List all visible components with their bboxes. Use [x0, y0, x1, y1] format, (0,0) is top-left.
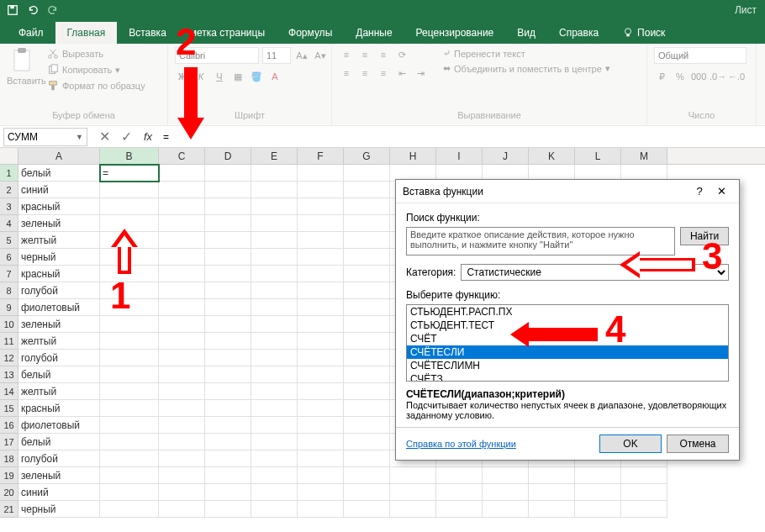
tab-insert[interactable]: Вставка	[117, 22, 178, 44]
cell[interactable]	[251, 400, 298, 417]
thousands-button[interactable]: 000	[691, 69, 706, 84]
column-header[interactable]: H	[390, 148, 436, 164]
italic-button[interactable]: К	[193, 69, 208, 84]
cell[interactable]	[100, 350, 159, 366]
cell[interactable]	[251, 215, 298, 232]
cell[interactable]	[205, 299, 251, 316]
cancel-formula-button[interactable]: ✕	[94, 128, 114, 146]
cell[interactable]	[344, 215, 390, 232]
dialog-close-button[interactable]: ✕	[710, 185, 732, 198]
cell[interactable]	[159, 400, 205, 417]
row-header[interactable]: 2	[0, 182, 18, 198]
cell[interactable]	[100, 266, 159, 282]
row-header[interactable]: 13	[0, 366, 18, 383]
cell[interactable]	[251, 232, 298, 249]
cell[interactable]	[298, 450, 344, 467]
cell[interactable]: голубой	[18, 450, 100, 467]
function-list-item[interactable]: СЧЁТЕСЛИМН	[407, 359, 728, 372]
font-color-button[interactable]: A	[267, 69, 282, 84]
column-header[interactable]: B	[100, 148, 159, 164]
cell[interactable]	[100, 333, 159, 350]
cell[interactable]	[529, 501, 575, 518]
cell[interactable]	[298, 266, 344, 282]
function-list-item[interactable]: СЧЁТ	[407, 332, 728, 345]
cell[interactable]	[298, 350, 344, 366]
align-left-button[interactable]: ≡	[339, 66, 354, 81]
tab-view[interactable]: Вид	[505, 22, 547, 44]
bold-button[interactable]: Ж	[175, 69, 190, 84]
cell[interactable]	[344, 232, 390, 249]
copy-button[interactable]: Копировать ▾	[45, 63, 147, 76]
wrap-text-button[interactable]: ⤶ Перенести текст	[441, 47, 612, 60]
cell[interactable]	[575, 467, 621, 484]
cell[interactable]	[205, 417, 251, 434]
function-list[interactable]: СТЬЮДЕНТ.РАСП.ПХСТЬЮДЕНТ.ТЕСТСЧЁТСЧЁТЕСЛ…	[406, 304, 729, 382]
cell[interactable]: белый	[18, 366, 100, 383]
cell[interactable]	[100, 182, 159, 198]
cell[interactable]	[205, 450, 251, 467]
cell[interactable]	[344, 383, 390, 400]
category-select[interactable]: Статистические	[461, 264, 729, 281]
cell[interactable]	[344, 400, 390, 417]
cell[interactable]	[298, 383, 344, 400]
cell[interactable]	[529, 467, 575, 484]
cell[interactable]	[205, 249, 251, 266]
cell[interactable]	[529, 484, 575, 501]
increase-font-button[interactable]: A▴	[294, 48, 309, 63]
cell[interactable]	[390, 501, 436, 518]
cell[interactable]	[436, 467, 483, 484]
cell[interactable]	[100, 417, 159, 434]
cell[interactable]	[205, 266, 251, 282]
cell[interactable]: фиолетовый	[18, 299, 100, 316]
row-header[interactable]: 16	[0, 417, 18, 434]
dialog-titlebar[interactable]: Вставка функции ? ✕	[396, 180, 739, 203]
cell[interactable]	[100, 501, 159, 518]
align-middle-button[interactable]: ≡	[357, 47, 372, 62]
cell[interactable]	[159, 165, 205, 182]
cell[interactable]	[483, 501, 529, 518]
row-header[interactable]: 19	[0, 467, 18, 484]
column-header[interactable]: A	[18, 148, 100, 164]
cell[interactable]	[159, 417, 205, 434]
cell[interactable]	[100, 232, 159, 249]
column-header[interactable]: J	[483, 148, 529, 164]
cell[interactable]	[159, 383, 205, 400]
column-header[interactable]: K	[529, 148, 575, 164]
row-header[interactable]: 4	[0, 215, 18, 232]
cell[interactable]	[344, 484, 390, 501]
cell[interactable]: красный	[18, 400, 100, 417]
row-header[interactable]: 7	[0, 266, 18, 282]
cell[interactable]	[205, 215, 251, 232]
function-list-item[interactable]: СЧЁТЕСЛИ	[407, 345, 728, 359]
cell[interactable]	[251, 350, 298, 366]
cell[interactable]	[251, 266, 298, 282]
enter-formula-button[interactable]: ✓	[116, 128, 136, 146]
row-header[interactable]: 1	[0, 165, 18, 182]
cell[interactable]: черный	[18, 501, 100, 518]
paste-button[interactable]: Вставить	[7, 47, 40, 86]
row-header[interactable]: 21	[0, 501, 18, 518]
cell[interactable]	[159, 266, 205, 282]
cell[interactable]	[298, 299, 344, 316]
cell[interactable]	[100, 450, 159, 467]
row-header[interactable]: 5	[0, 232, 18, 249]
increase-decimal-button[interactable]: .0→	[710, 69, 725, 84]
cell[interactable]: фиолетовый	[18, 417, 100, 434]
row-header[interactable]: 12	[0, 350, 18, 366]
cell[interactable]	[298, 198, 344, 215]
cell[interactable]	[205, 350, 251, 366]
function-help-link[interactable]: Справка по этой функции	[406, 439, 516, 449]
column-header[interactable]: E	[251, 148, 298, 164]
cell[interactable]	[298, 484, 344, 501]
cell[interactable]	[621, 484, 667, 501]
row-header[interactable]: 18	[0, 450, 18, 467]
cell[interactable]: желтый	[18, 232, 100, 249]
cell[interactable]	[483, 467, 529, 484]
cell[interactable]	[100, 484, 159, 501]
insert-function-button[interactable]: fx	[138, 128, 158, 146]
cell[interactable]	[298, 215, 344, 232]
cell[interactable]	[100, 366, 159, 383]
cell[interactable]	[159, 467, 205, 484]
cell[interactable]: желтый	[18, 383, 100, 400]
cell[interactable]	[344, 165, 390, 182]
